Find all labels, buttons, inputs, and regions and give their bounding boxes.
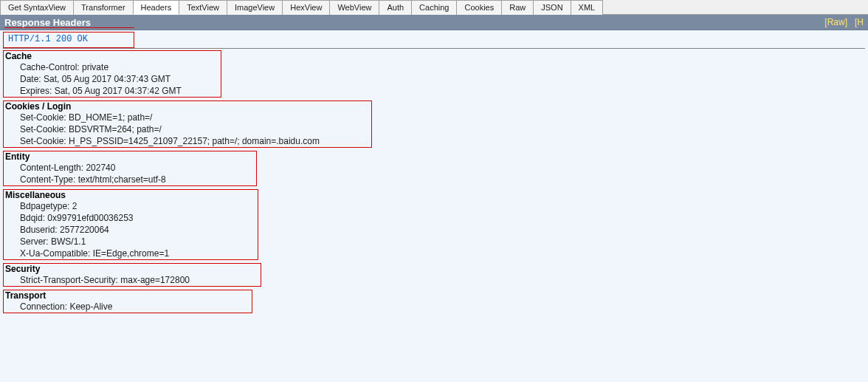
header-definitions-link[interactable]: [H bbox=[855, 17, 864, 27]
tab-label: ImageView bbox=[235, 3, 275, 12]
header-item[interactable]: Expires: Sat, 05 Aug 2017 04:37:42 GMT bbox=[4, 85, 221, 97]
group-title-entity[interactable]: Entity bbox=[4, 151, 256, 162]
header-item[interactable]: Connection: Keep-Alive bbox=[4, 301, 252, 313]
group-cache: Cache Cache-Control: private Date: Sat, … bbox=[3, 50, 221, 98]
tab-label: JSON bbox=[541, 3, 562, 12]
tab-transformer[interactable]: Transformer bbox=[73, 0, 134, 15]
group-security: Security Strict-Transport-Security: max-… bbox=[3, 263, 261, 287]
tab-get-syntaxview[interactable]: Get SyntaxView bbox=[0, 0, 74, 15]
group-title-cache[interactable]: Cache bbox=[4, 51, 221, 61]
group-title-security[interactable]: Security bbox=[4, 264, 261, 274]
tab-label: Caching bbox=[419, 3, 449, 12]
raw-link[interactable]: [Raw] bbox=[824, 17, 847, 27]
divider bbox=[3, 48, 865, 49]
tab-imageview[interactable]: ImageView bbox=[227, 0, 283, 15]
header-item[interactable]: Bduserid: 2577220064 bbox=[4, 224, 258, 236]
annotation-line bbox=[4, 27, 134, 29]
headers-content: HTTP/1.1 200 OK Cache Cache-Control: pri… bbox=[0, 30, 868, 382]
tab-label: HexView bbox=[290, 3, 322, 12]
header-item[interactable]: Set-Cookie: BDSVRTM=264; path=/ bbox=[4, 123, 371, 135]
tab-raw[interactable]: Raw bbox=[501, 0, 534, 15]
header-item[interactable]: Content-Type: text/html;charset=utf-8 bbox=[4, 174, 256, 185]
tab-label: Transformer bbox=[81, 3, 125, 12]
status-line-box: HTTP/1.1 200 OK bbox=[3, 32, 134, 48]
group-title-miscellaneous[interactable]: Miscellaneous bbox=[4, 190, 258, 200]
group-entity: Entity Content-Length: 202740 Content-Ty… bbox=[3, 151, 257, 186]
header-item[interactable]: Content-Length: 202740 bbox=[4, 162, 256, 174]
tab-auth[interactable]: Auth bbox=[379, 0, 412, 15]
tab-cookies[interactable]: Cookies bbox=[456, 0, 502, 15]
header-item[interactable]: X-Ua-Compatible: IE=Edge,chrome=1 bbox=[4, 248, 258, 259]
group-title-transport[interactable]: Transport bbox=[4, 290, 252, 301]
tab-label: Headers bbox=[141, 3, 172, 12]
header-item[interactable]: Bdqid: 0x99791efd00036253 bbox=[4, 212, 258, 224]
tab-label: TextView bbox=[187, 3, 219, 12]
tab-label: XML bbox=[579, 3, 596, 12]
tab-label: Get SyntaxView bbox=[8, 3, 66, 12]
tab-caching[interactable]: Caching bbox=[411, 0, 457, 15]
header-item[interactable]: Server: BWS/1.1 bbox=[4, 236, 258, 248]
tab-textview[interactable]: TextView bbox=[179, 0, 227, 15]
group-cookies: Cookies / Login Set-Cookie: BD_HOME=1; p… bbox=[3, 100, 372, 148]
tab-label: Raw bbox=[509, 3, 526, 12]
group-title-cookies[interactable]: Cookies / Login bbox=[4, 101, 371, 112]
http-status-line[interactable]: HTTP/1.1 200 OK bbox=[4, 33, 92, 47]
group-transport: Transport Connection: Keep-Alive bbox=[3, 290, 252, 313]
tab-label: Auth bbox=[387, 3, 404, 12]
group-miscellaneous: Miscellaneous Bdpagetype: 2 Bdqid: 0x997… bbox=[3, 189, 258, 260]
response-headers-bar: Response Headers [Raw] [H bbox=[0, 15, 868, 30]
tab-label: Cookies bbox=[464, 3, 494, 12]
header-item[interactable]: Date: Sat, 05 Aug 2017 04:37:43 GMT bbox=[4, 73, 221, 85]
header-item[interactable]: Bdpagetype: 2 bbox=[4, 200, 258, 212]
tab-label: WebView bbox=[337, 3, 371, 12]
tab-xml[interactable]: XML bbox=[571, 0, 604, 15]
header-item[interactable]: Set-Cookie: BD_HOME=1; path=/ bbox=[4, 112, 371, 123]
tab-headers[interactable]: Headers bbox=[133, 0, 180, 15]
tab-hexview[interactable]: HexView bbox=[282, 0, 330, 15]
header-item[interactable]: Strict-Transport-Security: max-age=17280… bbox=[4, 274, 261, 286]
tab-json[interactable]: JSON bbox=[533, 0, 571, 15]
header-item[interactable]: Set-Cookie: H_PS_PSSID=1425_21097_22157;… bbox=[4, 135, 371, 147]
inspector-tabbar: Get SyntaxView Transformer Headers TextV… bbox=[0, 0, 868, 15]
section-right-links: [Raw] [H bbox=[824, 17, 864, 27]
tab-webview[interactable]: WebView bbox=[329, 0, 379, 15]
header-item[interactable]: Cache-Control: private bbox=[4, 61, 221, 73]
section-title: Response Headers bbox=[4, 17, 91, 28]
